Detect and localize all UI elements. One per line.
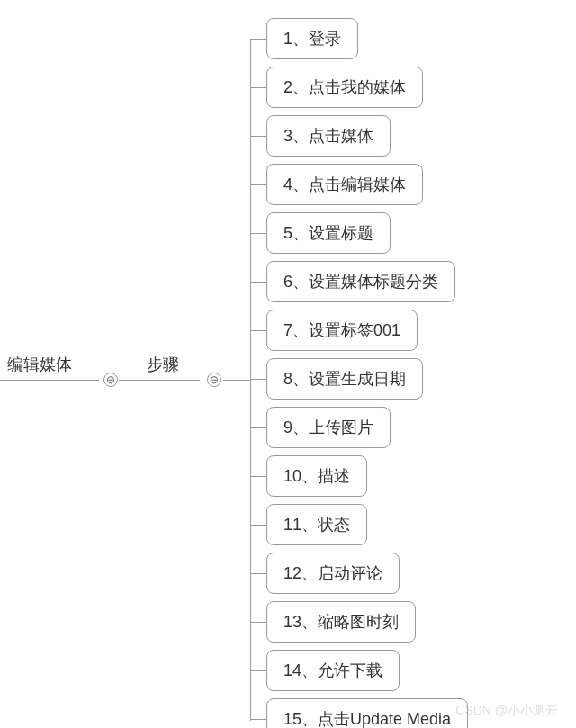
leaf-connector-line xyxy=(250,573,266,574)
leaf-connector-line xyxy=(250,136,266,137)
leaf-label: 10、描述 xyxy=(284,467,350,485)
leaf-label: 1、登录 xyxy=(284,30,341,48)
root-label: 编辑媒体 xyxy=(7,355,72,373)
leaf-box: 10、描述 xyxy=(266,455,367,497)
leaf-node[interactable]: 10、描述 xyxy=(250,452,556,500)
root-node[interactable]: 编辑媒体 xyxy=(0,350,79,379)
leaf-node[interactable]: 4、点击编辑媒体 xyxy=(250,160,556,209)
leaf-label: 14、允许下载 xyxy=(284,661,382,679)
leaf-box: 2、点击我的媒体 xyxy=(266,67,423,108)
leaf-box: 6、设置媒体标题分类 xyxy=(266,261,455,302)
leaf-node[interactable]: 11、状态 xyxy=(250,500,556,549)
leaf-node[interactable]: 6、设置媒体标题分类 xyxy=(250,257,556,306)
leaf-connector-line xyxy=(250,330,266,331)
leaf-connector-line xyxy=(250,525,266,526)
leaf-node[interactable]: 7、设置标签001 xyxy=(250,306,556,355)
leaf-label: 8、设置生成日期 xyxy=(284,370,406,388)
leaf-label: 12、启动评论 xyxy=(284,564,382,582)
leaf-label: 4、点击编辑媒体 xyxy=(284,175,406,193)
leaf-box: 4、点击编辑媒体 xyxy=(266,164,423,205)
leaf-box: 15、点击Update Media xyxy=(266,698,468,728)
leaf-box: 7、设置标签001 xyxy=(266,310,418,351)
leaf-node[interactable]: 13、缩略图时刻 xyxy=(250,598,556,646)
leaf-label: 2、点击我的媒体 xyxy=(284,78,406,96)
leaf-label: 7、设置标签001 xyxy=(284,321,400,339)
leaf-connector-line xyxy=(250,87,266,88)
leaf-box: 13、缩略图时刻 xyxy=(266,601,416,643)
leaf-node[interactable]: 2、点击我的媒体 xyxy=(250,63,556,112)
watermark-text: CSDN @小小测开 xyxy=(455,703,558,719)
leaf-connector-line xyxy=(250,622,266,623)
branch-connector-line xyxy=(223,380,250,381)
leaf-connector-line xyxy=(250,184,266,185)
leaf-label: 15、点击Update Media xyxy=(284,710,451,728)
leaf-label: 11、状态 xyxy=(284,516,350,534)
leaf-box: 12、启动评论 xyxy=(266,553,400,594)
leaf-node[interactable]: 8、设置生成日期 xyxy=(250,355,556,403)
leaf-box: 3、点击媒体 xyxy=(266,115,391,157)
leaf-box: 14、允许下载 xyxy=(266,650,400,691)
collapse-toggle-mid[interactable]: ⊖ xyxy=(207,373,221,387)
leaf-label: 9、上传图片 xyxy=(284,418,374,436)
leaf-connector-line xyxy=(250,476,266,477)
leaf-box: 5、设置标题 xyxy=(266,212,391,254)
mid-label: 步骤 xyxy=(147,355,179,373)
leaf-label: 13、缩略图时刻 xyxy=(284,613,399,631)
leaf-box: 8、设置生成日期 xyxy=(266,358,423,400)
leaf-box: 1、登录 xyxy=(266,18,358,59)
leaf-node[interactable]: 9、上传图片 xyxy=(250,403,556,452)
leaf-connector-line xyxy=(250,379,266,380)
leaf-node[interactable]: 1、登录 xyxy=(250,14,556,63)
leaf-node[interactable]: 5、设置标题 xyxy=(250,209,556,257)
mindmap-diagram: 编辑媒体 ⊖ 步骤 ⊖ 1、登录 2、点击我的媒体 3、点击媒体 xyxy=(0,0,576,728)
mid-connector-line xyxy=(119,380,200,381)
leaf-connector-line xyxy=(250,233,266,234)
leaf-connector-line xyxy=(250,670,266,671)
leaf-container: 1、登录 2、点击我的媒体 3、点击媒体 4、点击编辑媒体 5、设置标题 xyxy=(250,14,556,728)
leaf-connector-line xyxy=(250,427,266,428)
mid-node[interactable]: 步骤 xyxy=(140,350,186,379)
leaf-connector-line xyxy=(250,39,266,40)
leaf-connector-line xyxy=(250,719,266,720)
leaf-label: 5、设置标题 xyxy=(284,224,374,242)
root-connector-line xyxy=(0,380,99,381)
leaf-label: 6、设置媒体标题分类 xyxy=(284,273,438,291)
collapse-toggle-root[interactable]: ⊖ xyxy=(104,373,118,387)
leaf-box: 11、状态 xyxy=(266,504,367,545)
minus-icon: ⊖ xyxy=(106,374,115,385)
minus-icon: ⊖ xyxy=(210,374,219,385)
leaf-connector-line xyxy=(250,282,266,283)
leaf-node[interactable]: 12、启动评论 xyxy=(250,549,556,598)
leaf-node[interactable]: 14、允许下载 xyxy=(250,646,556,695)
leaf-label: 3、点击媒体 xyxy=(284,127,374,145)
leaf-box: 9、上传图片 xyxy=(266,407,391,448)
leaf-node[interactable]: 3、点击媒体 xyxy=(250,112,556,160)
